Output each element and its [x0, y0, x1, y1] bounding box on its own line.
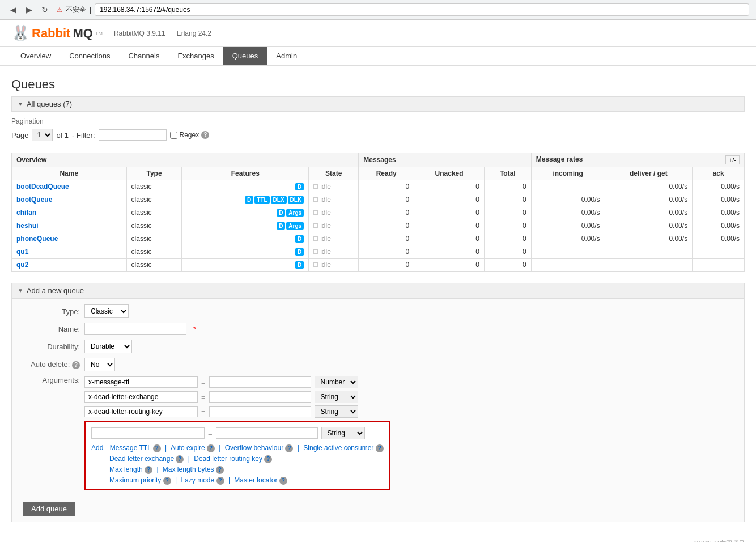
arg-value-dlx[interactable] [209, 391, 311, 403]
add-queue-button[interactable]: Add queue [23, 502, 75, 516]
incoming-cell [531, 245, 605, 259]
all-queues-header[interactable]: ▼ All queues (7) [11, 96, 745, 112]
add-queue-section: ▼ Add a new queue Type: Classic Quorum N… [11, 283, 745, 522]
col-type: Type [126, 167, 182, 180]
max-priority-help-icon[interactable]: ? [163, 477, 171, 485]
filter-input[interactable] [99, 129, 167, 141]
queue-type-cell: classic [126, 193, 182, 206]
arg-key-ttl[interactable] [84, 376, 198, 388]
nav-admin[interactable]: Admin [267, 47, 306, 65]
forward-button[interactable]: ▶ [23, 3, 35, 16]
queue-features-cell: D [182, 232, 309, 245]
total-cell: 0 [484, 259, 531, 272]
master-locator-help-icon[interactable]: ? [279, 477, 287, 485]
arg-key-dlx[interactable] [84, 391, 198, 403]
messages-header: Messages [359, 153, 531, 167]
nav-channels[interactable]: Channels [119, 47, 168, 65]
type-select[interactable]: Classic Quorum [84, 304, 129, 318]
state-dot [313, 249, 318, 254]
logo-rabbit-text: Rabbit [32, 26, 70, 41]
custom-arg-type[interactable]: String Number [321, 427, 365, 439]
shortcut-overflow-behaviour[interactable]: Overflow behaviour [225, 444, 283, 452]
col-state: State [309, 167, 359, 180]
auto-delete-select[interactable]: No Yes [84, 358, 115, 371]
pagination-label: Pagination [11, 117, 745, 125]
queue-name-cell: bootQueue [12, 193, 127, 206]
single-active-help-icon[interactable]: ? [376, 444, 384, 452]
message-ttl-help-icon[interactable]: ? [153, 444, 161, 452]
dlrk-help-icon[interactable]: ? [264, 455, 272, 463]
shortcut-auto-expire[interactable]: Auto expire [171, 444, 205, 452]
state-display: idle [313, 222, 354, 230]
nav-connections[interactable]: Connections [60, 47, 119, 65]
shortcut-master-locator[interactable]: Master locator [234, 476, 277, 484]
shortcut-message-ttl[interactable]: Message TTL [110, 444, 151, 452]
incoming-cell [531, 180, 605, 193]
queue-type-cell: classic [126, 259, 182, 272]
address-bar[interactable] [95, 3, 749, 16]
unacked-cell: 0 [414, 206, 485, 219]
shortcut-lazy-mode[interactable]: Lazy mode [181, 476, 215, 484]
shortcut-dead-letter-exchange[interactable]: Dead letter exchange [109, 455, 174, 463]
total-cell: 0 [484, 206, 531, 219]
queue-name-link[interactable]: qu1 [16, 248, 28, 256]
type-label: Type: [23, 307, 80, 316]
refresh-button[interactable]: ↻ [39, 3, 51, 16]
shortcut-maximum-priority[interactable]: Maximum priority [109, 476, 161, 484]
auto-expire-help-icon[interactable]: ? [207, 444, 215, 452]
arg-key-dlrk[interactable] [84, 406, 198, 417]
custom-arg-value[interactable] [216, 427, 318, 439]
nav-exchanges[interactable]: Exchanges [168, 47, 223, 65]
unacked-cell: 0 [414, 232, 485, 245]
unacked-cell: 0 [414, 245, 485, 259]
arg-type-dlx[interactable]: String Number [315, 391, 358, 403]
queue-name-link[interactable]: bootDeadQueue [16, 183, 69, 190]
col-total: Total [484, 167, 531, 180]
queue-type-cell: classic [126, 180, 182, 193]
nav-overview[interactable]: Overview [11, 47, 60, 65]
durability-select[interactable]: Durable Transient [84, 340, 132, 353]
max-length-bytes-help-icon[interactable]: ? [216, 466, 224, 474]
ack-cell [693, 259, 745, 272]
shortcut-max-length[interactable]: Max length [109, 465, 143, 473]
ready-cell: 0 [359, 180, 414, 193]
dlx-help-icon[interactable]: ? [176, 455, 184, 463]
lazy-mode-help-icon[interactable]: ? [216, 477, 224, 485]
arg-type-ttl[interactable]: Number String [315, 376, 358, 388]
page-select[interactable]: 1 [32, 129, 53, 141]
queue-name-link[interactable]: qu2 [16, 261, 28, 269]
regex-checkbox[interactable] [170, 132, 177, 139]
shortcut-dead-letter-routing-key[interactable]: Dead letter routing key [194, 455, 262, 463]
queue-name-link[interactable]: phoneQueue [16, 235, 58, 243]
app-header: 🐰 RabbitMQ TM RabbitMQ 3.9.11 Erlang 24.… [0, 20, 756, 47]
auto-delete-help-icon[interactable]: ? [72, 361, 80, 369]
add-queue-header[interactable]: ▼ Add a new queue [11, 283, 745, 298]
queue-name-link[interactable]: chifan [16, 209, 36, 217]
queue-state-cell: idle [309, 219, 359, 232]
arg-value-dlrk[interactable] [209, 406, 311, 417]
max-length-help-icon[interactable]: ? [145, 466, 152, 474]
custom-arg-key[interactable] [91, 427, 205, 439]
table-row: qu1classicDidle000 [12, 245, 745, 259]
eq-sign-dlx: = [201, 393, 206, 401]
overflow-help-icon[interactable]: ? [285, 444, 293, 452]
back-button[interactable]: ◀ [7, 3, 19, 16]
shortcut-single-active-consumer[interactable]: Single active consumer [303, 444, 373, 452]
arg-type-dlrk[interactable]: String Number [315, 405, 358, 418]
state-display: idle [313, 248, 354, 256]
arg-row-ttl: = Number String [84, 376, 390, 388]
queue-name-link[interactable]: bootQueue [16, 196, 52, 204]
shortcut-max-length-bytes[interactable]: Max length bytes [163, 465, 214, 473]
regex-help-icon[interactable]: ? [201, 131, 209, 139]
arg-value-ttl[interactable] [209, 376, 311, 388]
nav-queues[interactable]: Queues [223, 47, 267, 65]
queue-name-link[interactable]: heshui [16, 222, 39, 230]
table-row: bootQueueclassicDTTLDLXDLKidle0000.00/s0… [12, 193, 745, 206]
state-dot [313, 236, 318, 241]
feature-tag: D [295, 248, 304, 256]
plus-minus-button[interactable]: +/- [725, 155, 740, 164]
table-row: chifanclassicDArgsidle0000.00/s0.00/s0.0… [12, 206, 745, 219]
queue-name-cell: heshui [12, 219, 127, 232]
security-label: 不安全 [66, 5, 86, 15]
name-input[interactable] [84, 323, 186, 335]
